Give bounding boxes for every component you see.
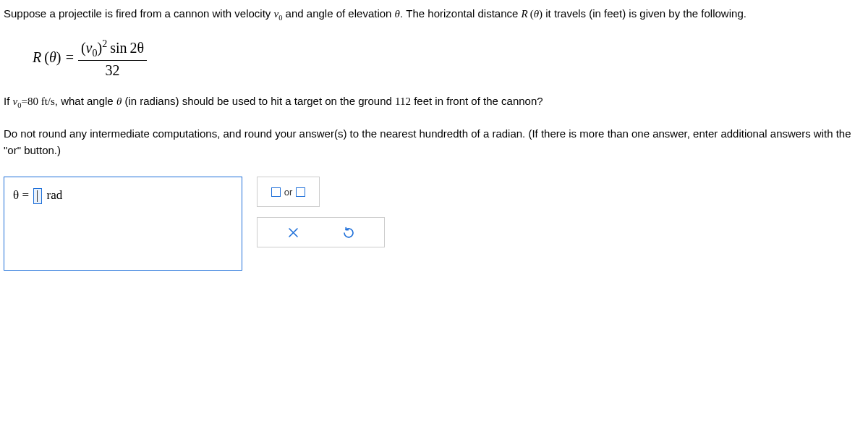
problem-intro: Suppose a projectile is fired from a can… [4,6,864,24]
var-theta-1: θ [395,8,400,20]
clear-button[interactable] [288,227,299,238]
answer-unit: rad [46,188,62,202]
formula-numerator: (v0)2 sin 2θ [78,38,147,62]
undo-icon [342,226,354,239]
q-text-4: feet in front of the cannon? [411,95,543,107]
var-v0-1: v0 [274,8,283,20]
or-label: or [284,187,293,198]
question-line: If v0=80 ft/s, what angle θ (in radians)… [4,93,864,111]
q-vel-unit: ft/s [38,96,55,107]
answer-input[interactable] [33,188,42,204]
formula-display: R (θ) = (v0)2 sin 2θ 32 [33,38,864,80]
intro-text-4: it travels (in feet) is given by the fol… [542,7,746,20]
q-vel-val: 80 [27,96,38,107]
or-button[interactable]: or [257,177,320,207]
answer-prefix: θ = [13,188,32,202]
answer-input-box[interactable]: θ = rad [4,177,242,271]
q-text-2: , what angle [55,95,116,107]
formula-fraction: (v0)2 sin 2θ 32 [78,38,147,80]
controls-panel: or [257,177,385,247]
intro-text-3: . The horizontal distance [400,7,522,20]
placeholder-box-icon [296,187,305,197]
answer-area: θ = rad or [4,177,864,271]
var-R-theta: R (θ) [522,8,543,20]
action-buttons-row [257,217,385,247]
q-dist: 112 [395,96,411,107]
rounding-note: Do not round any intermediate computatio… [4,126,864,158]
q-text-1: If [4,95,13,107]
reset-button[interactable] [342,226,354,239]
formula-lhs: R (θ) = [33,49,78,65]
intro-text-2: and angle of elevation [282,7,394,20]
close-icon [288,227,299,238]
intro-text-1: Suppose a projectile is fired from a can… [4,7,274,20]
formula-denominator: 32 [78,61,147,79]
q-eq: = [21,96,27,107]
q-text-3: (in radians) should be used to hit a tar… [122,95,395,107]
var-v0-2: v0 [13,96,22,107]
placeholder-box-icon [271,187,281,197]
